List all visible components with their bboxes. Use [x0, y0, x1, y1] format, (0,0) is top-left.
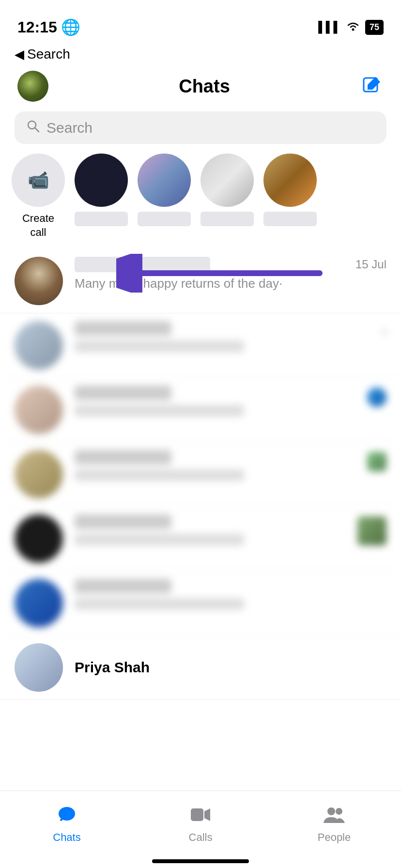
compose-button[interactable] — [360, 75, 384, 98]
priya-name: Priya Shah — [75, 659, 150, 676]
wifi-icon — [346, 20, 360, 34]
search-icon — [26, 119, 40, 136]
search-placeholder: Search — [46, 120, 93, 136]
page-title: Chats — [179, 76, 230, 97]
story-avatar-3 — [200, 154, 254, 207]
create-call-label: Createcall — [22, 212, 54, 239]
svg-point-9 — [327, 807, 335, 815]
signal-icon: ▌▌▌ — [318, 21, 341, 33]
globe-icon: 🌐 — [61, 18, 80, 36]
story-avatar-2 — [138, 154, 191, 207]
story-avatar-1 — [75, 154, 128, 207]
status-time: 12:15 🌐 — [17, 18, 80, 36]
chat-time-1: 15 Jul — [355, 258, 386, 271]
chat-item-blurred-4 — [0, 442, 401, 507]
story-name-1 — [75, 212, 128, 226]
bottom-navigation: Chats Calls People — [0, 790, 401, 868]
status-icons: ▌▌▌ 75 — [318, 20, 384, 35]
search-bar[interactable]: Search — [15, 111, 386, 144]
svg-point-10 — [336, 808, 342, 815]
video-plus-icon: 📹 — [28, 170, 49, 190]
people-label: People — [318, 831, 351, 844]
nav-chats[interactable]: Chats — [0, 806, 134, 844]
priya-avatar — [15, 643, 63, 692]
blurred-avatar-4 — [15, 450, 63, 498]
priya-shah-chat-item[interactable]: Priya Shah — [0, 636, 401, 700]
story-avatar-4 — [263, 154, 317, 207]
battery-indicator: 75 — [365, 20, 384, 35]
story-name-2 — [138, 212, 191, 226]
calls-label: Calls — [189, 831, 213, 844]
story-name-3 — [200, 212, 254, 226]
status-bar: 12:15 🌐 ▌▌▌ 75 — [0, 0, 401, 43]
calls-icon — [190, 806, 211, 828]
chat-item-blurred-2: ​ᵢₗ — [0, 313, 401, 378]
home-indicator — [152, 859, 249, 863]
svg-point-0 — [352, 29, 354, 31]
nav-calls[interactable]: Calls — [134, 806, 267, 844]
back-navigation[interactable]: ◀ Search — [0, 43, 401, 66]
chats-icon — [57, 806, 77, 828]
svg-rect-7 — [191, 808, 203, 821]
nav-people[interactable]: People — [267, 806, 401, 844]
back-label: Search — [27, 46, 70, 62]
svg-marker-8 — [204, 808, 210, 821]
user-avatar[interactable] — [17, 71, 48, 102]
blurred-avatar-6 — [15, 579, 63, 627]
chat-item-1[interactable]: 15 Jul Many many happy returns of the da… — [0, 249, 401, 313]
create-call-button[interactable]: 📹 Createcall — [12, 154, 65, 239]
svg-point-6 — [59, 807, 75, 821]
chat-avatar-1 — [15, 257, 63, 305]
story-item-3[interactable] — [200, 154, 254, 226]
chat-list: 15 Jul Many many happy returns of the da… — [0, 249, 401, 700]
chat-info-1: 15 Jul Many many happy returns of the da… — [75, 257, 386, 291]
time-label: 12:15 — [17, 18, 57, 36]
story-item-4[interactable] — [263, 154, 317, 226]
chat-item-blurred-3 — [0, 378, 401, 442]
story-item-2[interactable] — [138, 154, 191, 226]
chat-item-blurred-5 — [0, 507, 401, 571]
blurred-avatar-3 — [15, 386, 63, 434]
search-container: Search — [0, 109, 401, 154]
back-arrow-icon: ◀ — [15, 47, 24, 62]
chat-name-blurred-1 — [75, 257, 210, 272]
people-icon — [323, 806, 346, 828]
chat-message-1: Many many happy returns of the day· — [75, 276, 386, 291]
blurred-avatar-5 — [15, 514, 63, 563]
story-item-1[interactable] — [75, 154, 128, 226]
battery-level: 75 — [370, 22, 379, 32]
chats-label: Chats — [53, 831, 80, 844]
blurred-avatar-2 — [15, 321, 63, 370]
story-name-4 — [263, 212, 317, 226]
svg-line-3 — [35, 128, 39, 132]
page-header: Chats — [0, 66, 401, 109]
chat-item-blurred-6 — [0, 571, 401, 636]
story-row: 📹 Createcall — [0, 154, 401, 249]
